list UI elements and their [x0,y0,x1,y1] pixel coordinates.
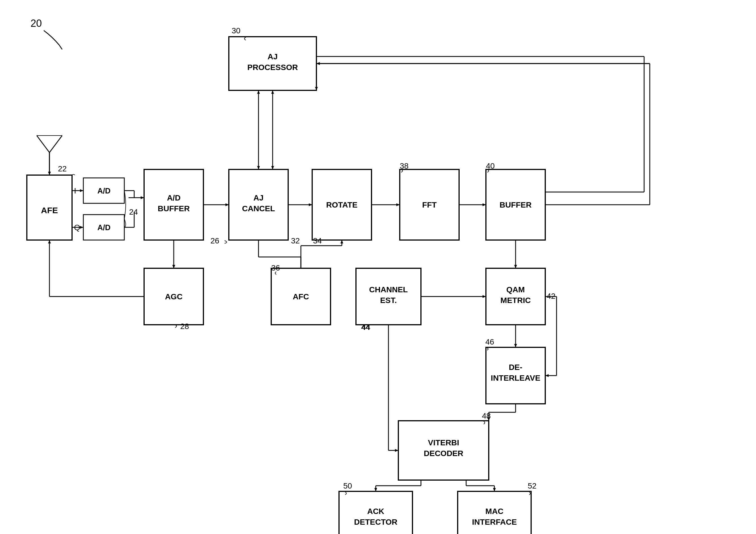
rotate-label: ROTATE [326,200,358,209]
label-34-text: 34 [313,236,322,245]
agc-label: AGC [165,292,182,301]
afe-label: AFE [41,205,58,215]
afc-label: AFC [293,292,309,301]
ack-detector-label2: DETECTOR [354,518,397,526]
mac-interface-label1: MAC [485,507,503,516]
ack-detector-label1: ACK [367,507,385,516]
buffer-label: BUFFER [500,200,532,209]
label-24-text: 24 [129,207,138,216]
label-50-text: 50 [343,481,352,490]
label-38-text: 38 [400,162,409,170]
fig-number: 20 [31,17,42,29]
label-36-text: 36 [271,263,280,272]
label-52-text: 52 [528,481,536,490]
label-28-text: 28 [180,322,189,331]
svg-text:44: 44 [361,323,370,332]
label-46-text: 46 [485,337,494,346]
fft-label: FFT [422,200,437,209]
channel-est-label2: EST. [380,296,397,305]
ad-i-label: A/D [97,187,111,195]
de-interleave-label1: DE- [509,363,522,372]
label-22: 22 [58,164,67,173]
ad-q-label: A/D [97,223,111,232]
label-32-text: 32 [291,236,300,245]
aj-cancel-label2: CANCEL [242,204,275,213]
label-26-text: 26 [210,236,219,245]
label-30-text: 30 [232,26,240,35]
label-42-text: 42 [547,292,555,301]
viterbi-label1: VITERBI [428,438,459,447]
aj-cancel-label1: AJ [254,194,264,202]
label-48-text: 48 [482,412,491,420]
channel-est-label1: CHANNEL [369,285,408,294]
svg-rect-0 [0,0,756,534]
viterbi-label2: DECODER [424,449,463,458]
qam-metric-label2: METRIC [500,296,530,305]
qam-metric-label1: QAM [506,285,525,294]
ad-buffer-label2: BUFFER [158,204,190,213]
mac-interface-label2: INTERFACE [472,518,517,526]
aj-processor-label1: AJ [268,52,278,61]
aj-processor-label2: PROCESSOR [248,63,298,72]
ad-buffer-label1: A/D [167,194,180,202]
label-40-text: 40 [486,162,495,170]
de-interleave-label2: INTERLEAVE [491,374,540,382]
